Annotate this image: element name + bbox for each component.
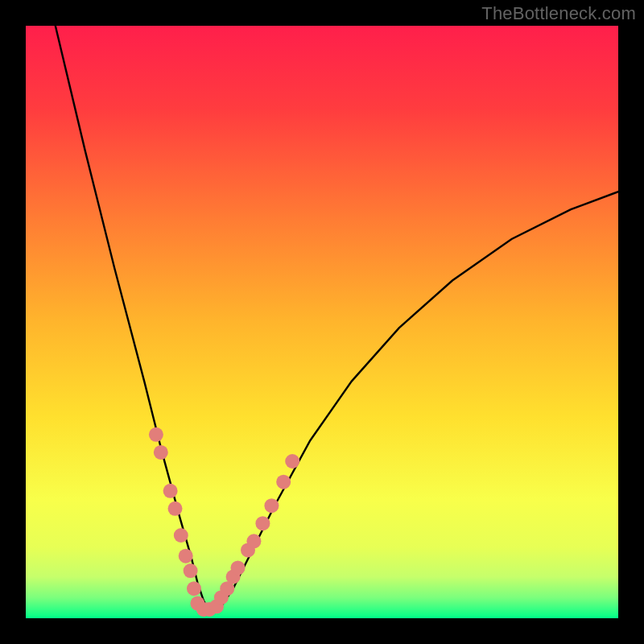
markers-right-dot <box>285 454 299 469</box>
chart-svg <box>26 26 618 618</box>
markers-left-dot <box>187 581 201 596</box>
watermark-text: TheBottleneck.com <box>481 3 636 24</box>
markers-left-dot <box>179 549 193 564</box>
markers-left-dot <box>184 564 198 578</box>
chart-frame: TheBottleneck.com <box>0 0 644 644</box>
markers-right-dot <box>276 475 291 489</box>
markers-left-dot <box>154 445 168 460</box>
markers-right-dot <box>231 560 246 575</box>
markers-left-dot <box>174 528 188 543</box>
markers-left-dot <box>163 484 178 498</box>
markers-right-dot <box>246 534 261 548</box>
plot-area <box>26 26 618 618</box>
gradient-background <box>26 26 618 618</box>
markers-right-dot <box>264 498 279 513</box>
markers-right-dot <box>255 516 270 530</box>
markers-left-dot <box>149 427 163 442</box>
markers-left-dot <box>168 502 183 516</box>
